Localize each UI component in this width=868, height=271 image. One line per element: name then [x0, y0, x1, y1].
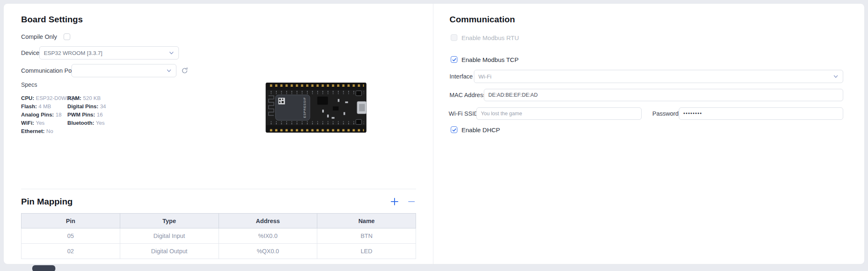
plus-icon: [390, 197, 400, 207]
chevron-down-icon: [166, 68, 172, 74]
modbus-tcp-checkbox[interactable]: [451, 56, 457, 63]
pin-table-header-row: Pin Type Address Name: [21, 214, 416, 228]
check-icon: [452, 57, 457, 62]
spec-flash: Flash:4 MB: [21, 103, 67, 109]
wifi-ssid-label: Wi-Fi SSID: [449, 110, 478, 117]
dhcp-row: Enable DHCP: [451, 126, 500, 133]
password-input[interactable]: [679, 107, 843, 120]
address-column-header: Address: [219, 214, 317, 228]
modbus-rtu-checkbox[interactable]: [451, 34, 457, 41]
board-settings-title: Board Settings: [21, 14, 83, 24]
address-cell[interactable]: %QX0.0: [219, 244, 317, 259]
remove-pin-button[interactable]: [407, 197, 416, 206]
dhcp-label: Enable DHCP: [461, 126, 500, 133]
pin-mapping-header: Pin Mapping: [21, 195, 416, 209]
mac-address-input[interactable]: [484, 89, 843, 101]
wifi-ssid-row: Wi-Fi SSID: [449, 107, 478, 120]
pin-row: 02 Digital Output %QX0.0 LED: [21, 244, 416, 259]
compile-only-checkbox[interactable]: [64, 33, 70, 40]
wifi-ssid-input[interactable]: [476, 107, 642, 120]
name-cell[interactable]: LED: [317, 244, 416, 259]
section-divider: [21, 189, 416, 189]
modbus-tcp-label: Enable Modbus TCP: [461, 56, 518, 63]
spec-ethernet: Ethernet:No: [21, 128, 67, 134]
pin-cell[interactable]: 02: [21, 244, 120, 259]
type-cell[interactable]: Digital Output: [120, 244, 219, 259]
bottom-partial-element[interactable]: [32, 265, 55, 271]
password-label: Password: [652, 110, 679, 117]
pin-column-header: Pin: [21, 214, 120, 228]
device-select-value: ESP32 WROOM [3.3.7]: [44, 50, 102, 56]
spec-bluetooth: Bluetooth:Yes: [67, 120, 106, 126]
spec-pwm-pins: PWM Pins:16: [67, 112, 106, 118]
check-icon: [452, 128, 457, 132]
spec-analog-pins: Analog Pins:18: [21, 112, 67, 118]
interface-select[interactable]: Wi-Fi: [474, 70, 843, 83]
type-cell[interactable]: Digital Input: [120, 228, 219, 244]
spec-cpu: CPU:ESP32-D0WDQ6: [21, 95, 67, 101]
modbus-tcp-row: Enable Modbus TCP: [451, 56, 518, 63]
address-cell[interactable]: %IX0.0: [219, 228, 317, 244]
mac-address-row: MAC Address: [449, 89, 486, 101]
name-column-header: Name: [317, 214, 416, 228]
modbus-rtu-label: Enable Modbus RTU: [461, 34, 519, 41]
device-label: Device: [21, 50, 39, 56]
chevron-down-icon: [169, 50, 174, 56]
refresh-ports-button[interactable]: [181, 67, 188, 74]
settings-card: Board Settings Compile Only Device ESP32…: [3, 3, 865, 264]
device-row: Device: [21, 46, 39, 59]
spec-wifi: WiFi:Yes: [21, 120, 67, 126]
name-cell[interactable]: BTN: [317, 228, 416, 244]
communication-port-select[interactable]: [71, 64, 176, 77]
modbus-rtu-row: Enable Modbus RTU: [451, 34, 519, 41]
communication-port-row: Communication Port: [21, 64, 75, 77]
communication-title: Communication: [449, 14, 515, 24]
board-silkscreen-text: ESPRESSIF: [303, 97, 307, 118]
spec-ram: RAM:520 KB: [67, 95, 106, 101]
chevron-down-icon: [833, 74, 839, 79]
panel-divider: [433, 4, 433, 264]
refresh-icon: [181, 67, 188, 74]
pin-row: 05 Digital Input %IX0.0 BTN: [21, 228, 416, 244]
device-select[interactable]: ESP32 WROOM [3.3.7]: [39, 46, 179, 59]
board-image: ESPRESSIF: [265, 80, 367, 136]
communication-port-label: Communication Port: [21, 67, 75, 74]
mac-address-label: MAC Address: [449, 92, 486, 98]
minus-icon: [407, 197, 416, 206]
interface-select-value: Wi-Fi: [478, 74, 491, 80]
spec-digital-pins: Digital Pins:34: [67, 103, 106, 109]
page: Board Settings Compile Only Device ESP32…: [0, 0, 868, 271]
add-pin-button[interactable]: [390, 197, 400, 207]
password-row: Password: [652, 107, 679, 120]
type-column-header: Type: [120, 214, 219, 228]
pin-mapping-table: Pin Type Address Name 05 Digital Input %…: [21, 213, 416, 259]
pin-mapping-title: Pin Mapping: [21, 197, 73, 207]
specs-title: Specs: [21, 81, 37, 88]
specs-grid: CPU:ESP32-D0WDQ6 RAM:520 KB Flash:4 MB D…: [21, 94, 106, 135]
compile-only-row: Compile Only: [21, 33, 70, 41]
pin-cell[interactable]: 05: [21, 228, 120, 244]
interface-label: Interface: [449, 73, 473, 80]
compile-only-label: Compile Only: [21, 33, 57, 40]
interface-row: Interface: [449, 70, 473, 83]
dhcp-checkbox[interactable]: [451, 126, 457, 133]
